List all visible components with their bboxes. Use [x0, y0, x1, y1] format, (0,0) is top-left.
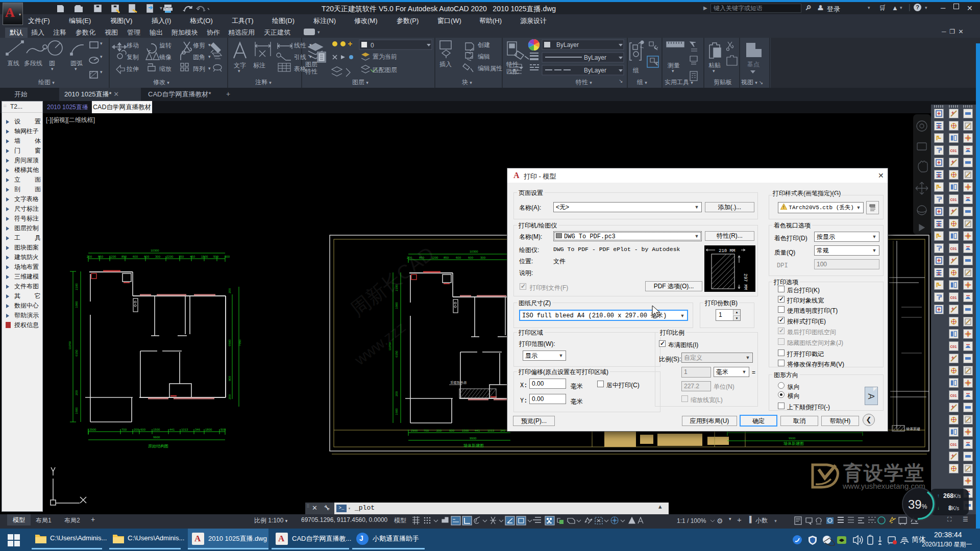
svg-text:C01: C01 [950, 247, 957, 251]
svg-text:C01: C01 [950, 443, 957, 446]
svg-text:7650: 7650 [238, 339, 241, 346]
svg-text:9900: 9900 [153, 436, 160, 439]
svg-text:300: 300 [155, 255, 161, 258]
svg-text:297 MM: 297 MM [743, 273, 748, 290]
svg-text:ByLayer: ByLayer [584, 67, 606, 74]
svg-text:ByLayer: ByLayer [556, 41, 579, 48]
svg-text:600: 600 [133, 255, 138, 258]
svg-text:346: 346 [500, 429, 506, 432]
svg-text:1600: 1600 [395, 408, 398, 415]
svg-text:C01: C01 [950, 394, 957, 397]
svg-text:编辑属性: 编辑属性 [478, 65, 502, 72]
svg-text:600: 600 [468, 256, 474, 259]
svg-text:346: 346 [195, 428, 201, 431]
svg-text:210 MM: 210 MM [719, 248, 735, 254]
svg-text:200: 200 [87, 255, 92, 258]
svg-text:C01: C01 [950, 149, 957, 153]
svg-text:6500: 6500 [228, 339, 231, 346]
svg-text:1500: 1500 [201, 255, 208, 258]
svg-text:0: 0 [371, 42, 374, 49]
svg-text:2900: 2900 [89, 428, 96, 431]
svg-text:850: 850 [98, 255, 104, 258]
svg-text:2200: 2200 [166, 255, 174, 258]
svg-text:6150: 6150 [395, 350, 398, 358]
svg-text:9900: 9900 [470, 437, 477, 440]
svg-text:1800: 1800 [205, 428, 212, 431]
svg-text:墙体新建图: 墙体新建图 [783, 441, 804, 446]
svg-text:600: 600 [144, 255, 150, 258]
svg-text:600: 600 [449, 429, 455, 432]
svg-text:200: 200 [228, 394, 231, 399]
svg-text:C01: C01 [950, 345, 957, 348]
svg-text:600: 600 [140, 428, 146, 431]
svg-text:1500: 1500 [153, 428, 160, 431]
svg-text:1200: 1200 [109, 255, 116, 258]
svg-text:700: 700 [424, 429, 429, 432]
svg-text:450: 450 [190, 255, 195, 258]
svg-text:1600: 1600 [75, 407, 78, 414]
svg-text:创建: 创建 [477, 41, 490, 48]
svg-text:匹配图层: 匹配图层 [373, 66, 397, 73]
svg-text:原始结构图: 原始结构图 [148, 444, 168, 448]
svg-text:850: 850 [121, 255, 127, 258]
svg-text:200: 200 [436, 429, 442, 432]
svg-text:编辑: 编辑 [478, 53, 490, 60]
svg-text:墙体新建: 墙体新建 [905, 427, 920, 431]
svg-text:1013: 1013 [181, 428, 188, 431]
svg-text:C01: C01 [950, 198, 957, 202]
svg-text:2100: 2100 [75, 283, 78, 290]
svg-text:200: 200 [75, 390, 78, 395]
svg-text:!: ! [783, 205, 785, 210]
svg-text:9900: 9900 [789, 437, 796, 440]
svg-text:⚙: ⚙ [717, 517, 723, 525]
svg-text:1000: 1000 [75, 301, 78, 308]
svg-text:200: 200 [228, 288, 231, 293]
svg-text:1:1 / 100%: 1:1 / 100% [677, 517, 706, 524]
svg-text:2900: 2900 [411, 429, 418, 432]
svg-text:700: 700 [121, 428, 127, 431]
svg-text:1013: 1013 [487, 429, 495, 432]
svg-text:周新长CAD: 周新长CAD [347, 243, 438, 321]
svg-text:[-][俯视][二维线框]: [-][俯视][二维线框] [46, 116, 95, 123]
svg-text:850: 850 [444, 256, 449, 259]
svg-text:C01: C01 [950, 296, 957, 299]
svg-text:6150: 6150 [75, 349, 78, 357]
svg-text:1000: 1000 [395, 302, 398, 309]
svg-text:ByLayer: ByLayer [584, 54, 606, 61]
svg-text:www.zzz: www.zzz [351, 318, 409, 368]
svg-text:11050: 11050 [68, 341, 71, 349]
svg-text:基点: 基点 [747, 61, 760, 68]
svg-text:300: 300 [480, 256, 486, 259]
svg-text:500: 500 [220, 428, 226, 431]
svg-text:墙体新建图: 墙体新建图 [463, 443, 484, 448]
svg-text:350: 350 [179, 255, 184, 258]
svg-text:441: 441 [169, 428, 175, 431]
svg-text:900: 900 [228, 375, 231, 381]
svg-text:1500: 1500 [462, 429, 469, 432]
svg-text:300: 300 [225, 255, 230, 258]
svg-text:441: 441 [475, 429, 480, 432]
svg-text:600: 600 [456, 256, 461, 259]
svg-text:200: 200 [395, 391, 398, 396]
svg-text:置为当前: 置为当前 [373, 53, 397, 60]
svg-text:采暖散热器: 采暖散热器 [450, 381, 467, 385]
svg-text:插入: 插入 [439, 61, 452, 68]
svg-text:10300: 10300 [151, 249, 159, 252]
svg-text:10300: 10300 [470, 250, 478, 253]
svg-text:500: 500 [213, 255, 219, 258]
svg-text:育设学堂: 育设学堂 [843, 462, 925, 484]
svg-text:200: 200 [134, 428, 139, 431]
